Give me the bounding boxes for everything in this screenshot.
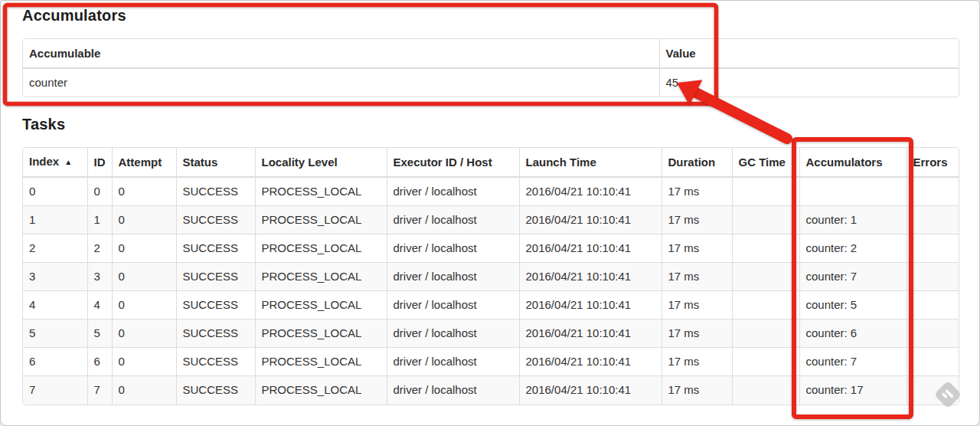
task-index-cell: 4 bbox=[23, 291, 87, 320]
task-launch-time-cell: 2016/04/21 10:10:41 bbox=[519, 234, 662, 263]
task-gc-time-cell bbox=[732, 348, 799, 376]
task-locality-cell: PROCESS_LOCAL bbox=[255, 320, 387, 348]
task-gc-time-cell bbox=[732, 177, 799, 206]
task-errors-cell bbox=[906, 348, 959, 376]
task-attempt-cell: 0 bbox=[112, 291, 176, 320]
accumulable-header-row: Accumulable Value bbox=[23, 39, 959, 68]
accumulable-table-container: Accumulable Value counter 45 bbox=[22, 38, 959, 97]
accumulable-row: counter 45 bbox=[23, 68, 959, 97]
task-executor-cell: driver / localhost bbox=[387, 177, 519, 206]
errors-column-header[interactable]: Errors bbox=[906, 148, 959, 177]
task-gc-time-cell bbox=[732, 291, 799, 320]
index-header-label: Index bbox=[29, 155, 59, 168]
task-attempt-cell: 0 bbox=[112, 348, 176, 376]
task-gc-time-cell bbox=[732, 206, 799, 234]
task-row: 7 7 0 SUCCESS PROCESS_LOCAL driver / loc… bbox=[23, 376, 959, 405]
task-duration-cell: 17 ms bbox=[662, 291, 732, 320]
task-errors-cell bbox=[906, 320, 959, 348]
task-status-cell: SUCCESS bbox=[176, 263, 255, 291]
task-accumulators-cell: counter: 7 bbox=[799, 263, 906, 291]
task-row: 4 4 0 SUCCESS PROCESS_LOCAL driver / loc… bbox=[23, 291, 959, 320]
task-launch-time-cell: 2016/04/21 10:10:41 bbox=[519, 263, 662, 291]
tasks-header-row: Index▲ ID Attempt Status Locality Level … bbox=[23, 148, 959, 177]
task-executor-cell: driver / localhost bbox=[387, 291, 519, 320]
task-gc-time-cell bbox=[732, 234, 799, 263]
value-column-header[interactable]: Value bbox=[659, 39, 959, 68]
task-locality-cell: PROCESS_LOCAL bbox=[255, 291, 387, 320]
task-id-cell: 2 bbox=[87, 234, 112, 263]
task-gc-time-cell bbox=[732, 376, 799, 405]
task-accumulators-cell bbox=[799, 177, 906, 206]
task-locality-cell: PROCESS_LOCAL bbox=[255, 348, 387, 376]
duration-column-header[interactable]: Duration bbox=[662, 148, 732, 177]
task-status-cell: SUCCESS bbox=[176, 320, 255, 348]
index-column-header[interactable]: Index▲ bbox=[23, 148, 87, 177]
task-status-cell: SUCCESS bbox=[176, 291, 255, 320]
watermark-icon bbox=[930, 377, 965, 412]
accumulable-column-header[interactable]: Accumulable bbox=[23, 39, 659, 68]
task-row: 5 5 0 SUCCESS PROCESS_LOCAL driver / loc… bbox=[23, 320, 959, 348]
task-errors-cell bbox=[906, 206, 959, 234]
task-duration-cell: 17 ms bbox=[662, 348, 732, 376]
task-row: 3 3 0 SUCCESS PROCESS_LOCAL driver / loc… bbox=[23, 263, 959, 291]
task-duration-cell: 17 ms bbox=[662, 234, 732, 263]
task-attempt-cell: 0 bbox=[112, 206, 176, 234]
task-id-cell: 4 bbox=[87, 291, 112, 320]
task-row: 2 2 0 SUCCESS PROCESS_LOCAL driver / loc… bbox=[23, 234, 959, 263]
task-duration-cell: 17 ms bbox=[662, 263, 732, 291]
locality-level-column-header[interactable]: Locality Level bbox=[255, 148, 387, 177]
task-status-cell: SUCCESS bbox=[176, 206, 255, 234]
task-accumulators-cell: counter: 2 bbox=[799, 234, 906, 263]
accumulable-value-cell: 45 bbox=[659, 68, 959, 97]
task-duration-cell: 17 ms bbox=[662, 177, 732, 206]
task-launch-time-cell: 2016/04/21 10:10:41 bbox=[519, 348, 662, 376]
gc-time-column-header[interactable]: GC Time bbox=[732, 148, 799, 177]
task-row: 6 6 0 SUCCESS PROCESS_LOCAL driver / loc… bbox=[23, 348, 959, 376]
task-status-cell: SUCCESS bbox=[176, 234, 255, 263]
launch-time-column-header[interactable]: Launch Time bbox=[519, 148, 662, 177]
task-accumulators-cell: counter: 1 bbox=[799, 206, 906, 234]
accumulators-column-header[interactable]: Accumulators bbox=[799, 148, 906, 177]
task-duration-cell: 17 ms bbox=[662, 206, 732, 234]
task-errors-cell bbox=[906, 263, 959, 291]
task-errors-cell bbox=[906, 177, 959, 206]
task-index-cell: 3 bbox=[23, 263, 87, 291]
task-locality-cell: PROCESS_LOCAL bbox=[255, 206, 387, 234]
task-locality-cell: PROCESS_LOCAL bbox=[255, 177, 387, 206]
id-column-header[interactable]: ID bbox=[87, 148, 112, 177]
task-launch-time-cell: 2016/04/21 10:10:41 bbox=[519, 291, 662, 320]
task-index-cell: 7 bbox=[23, 376, 87, 405]
tasks-table-container: Index▲ ID Attempt Status Locality Level … bbox=[22, 147, 959, 405]
task-accumulators-cell: counter: 5 bbox=[799, 291, 906, 320]
task-locality-cell: PROCESS_LOCAL bbox=[255, 263, 387, 291]
accumulators-heading: Accumulators bbox=[22, 7, 126, 25]
task-launch-time-cell: 2016/04/21 10:10:41 bbox=[519, 320, 662, 348]
task-id-cell: 7 bbox=[87, 376, 112, 405]
task-status-cell: SUCCESS bbox=[176, 348, 255, 376]
task-executor-cell: driver / localhost bbox=[387, 206, 519, 234]
task-executor-cell: driver / localhost bbox=[387, 348, 519, 376]
task-index-cell: 0 bbox=[23, 177, 87, 206]
executor-id-host-column-header[interactable]: Executor ID / Host bbox=[387, 148, 519, 177]
task-index-cell: 6 bbox=[23, 348, 87, 376]
task-errors-cell bbox=[906, 234, 959, 263]
task-attempt-cell: 0 bbox=[112, 234, 176, 263]
status-column-header[interactable]: Status bbox=[176, 148, 255, 177]
task-id-cell: 1 bbox=[87, 206, 112, 234]
task-index-cell: 1 bbox=[23, 206, 87, 234]
task-duration-cell: 17 ms bbox=[662, 320, 732, 348]
task-status-cell: SUCCESS bbox=[176, 376, 255, 405]
task-launch-time-cell: 2016/04/21 10:10:41 bbox=[519, 177, 662, 206]
task-accumulators-cell: counter: 6 bbox=[799, 320, 906, 348]
annotation-arrow-shaft bbox=[694, 92, 787, 139]
task-id-cell: 0 bbox=[87, 177, 112, 206]
attempt-column-header[interactable]: Attempt bbox=[112, 148, 176, 177]
task-row: 0 0 0 SUCCESS PROCESS_LOCAL driver / loc… bbox=[23, 177, 959, 206]
task-attempt-cell: 0 bbox=[112, 376, 176, 405]
task-attempt-cell: 0 bbox=[112, 320, 176, 348]
accumulable-name-cell: counter bbox=[23, 68, 659, 97]
task-executor-cell: driver / localhost bbox=[387, 376, 519, 405]
task-gc-time-cell bbox=[732, 263, 799, 291]
accumulable-table: Accumulable Value counter 45 bbox=[23, 39, 959, 97]
task-accumulators-cell: counter: 17 bbox=[799, 376, 906, 405]
